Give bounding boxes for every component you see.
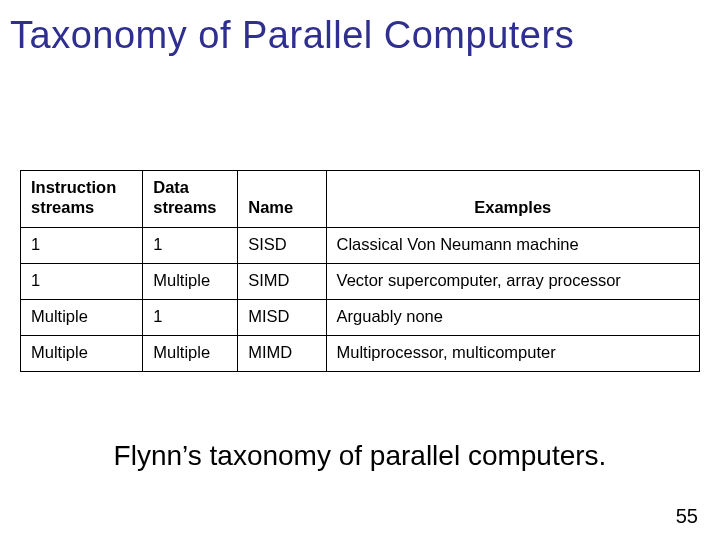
- flynn-table: Instruction streams Data streams Name Ex…: [20, 170, 700, 372]
- cell-name: SISD: [238, 227, 326, 263]
- cell-examples: Classical Von Neumann machine: [326, 227, 699, 263]
- header-data: Data streams: [143, 171, 238, 228]
- table-header-row: Instruction streams Data streams Name Ex…: [21, 171, 700, 228]
- header-instruction: Instruction streams: [21, 171, 143, 228]
- slide-caption: Flynn’s taxonomy of parallel computers.: [0, 440, 720, 472]
- header-name: Name: [238, 171, 326, 228]
- cell-data: 1: [143, 299, 238, 335]
- cell-instruction: Multiple: [21, 335, 143, 371]
- table-row: Multiple Multiple MIMD Multiprocessor, m…: [21, 335, 700, 371]
- cell-data: Multiple: [143, 263, 238, 299]
- page-number: 55: [676, 505, 698, 528]
- slide-title: Taxonomy of Parallel Computers: [0, 0, 720, 57]
- cell-examples: Multiprocessor, multicomputer: [326, 335, 699, 371]
- slide: Taxonomy of Parallel Computers Instructi…: [0, 0, 720, 540]
- table-row: 1 1 SISD Classical Von Neumann machine: [21, 227, 700, 263]
- cell-instruction: 1: [21, 263, 143, 299]
- cell-name: MISD: [238, 299, 326, 335]
- table-row: Multiple 1 MISD Arguably none: [21, 299, 700, 335]
- cell-examples: Arguably none: [326, 299, 699, 335]
- flynn-table-container: Instruction streams Data streams Name Ex…: [20, 170, 700, 372]
- cell-name: MIMD: [238, 335, 326, 371]
- cell-data: Multiple: [143, 335, 238, 371]
- table-row: 1 Multiple SIMD Vector supercomputer, ar…: [21, 263, 700, 299]
- cell-name: SIMD: [238, 263, 326, 299]
- cell-data: 1: [143, 227, 238, 263]
- cell-examples: Vector supercomputer, array processor: [326, 263, 699, 299]
- header-examples: Examples: [326, 171, 699, 228]
- cell-instruction: 1: [21, 227, 143, 263]
- cell-instruction: Multiple: [21, 299, 143, 335]
